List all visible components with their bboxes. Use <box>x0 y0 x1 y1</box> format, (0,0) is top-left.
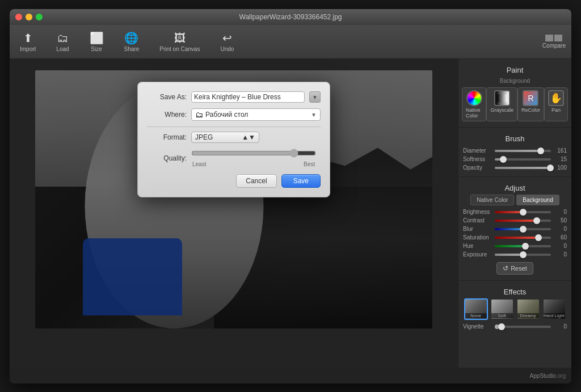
quality-slider[interactable] <box>191 149 316 158</box>
hue-label: Hue <box>463 243 492 249</box>
recolor-tool[interactable]: R ReColor <box>517 87 544 121</box>
effect-soft[interactable]: Soft <box>490 298 514 320</box>
pan-icon: ✋ <box>548 90 564 106</box>
tab-native-color[interactable]: Native Color <box>470 195 514 205</box>
appstudio-label: AppStudio.org <box>530 373 566 379</box>
exposure-slider[interactable] <box>495 254 551 256</box>
exposure-value: 0 <box>553 251 567 258</box>
contrast-row: Contrast 50 <box>463 217 567 224</box>
quality-min-label: Least <box>192 161 206 167</box>
reset-button[interactable]: ↺ Reset <box>496 262 533 275</box>
color-wheel-icon <box>466 90 482 106</box>
effect-hard-light[interactable]: Hard Light <box>542 298 566 320</box>
maximize-button[interactable] <box>36 14 43 20</box>
paint-title: Paint <box>458 62 571 77</box>
main-window: WallpaperWizard-3093366452.jpg ⬆ Import … <box>10 9 571 383</box>
where-dropdown-arrow: ▼ <box>311 112 317 118</box>
softness-slider[interactable] <box>495 158 551 161</box>
recolor-icon: R <box>523 90 538 106</box>
load-label: Load <box>56 46 69 52</box>
blur-slider[interactable] <box>495 228 551 230</box>
where-label: Where: <box>147 111 187 119</box>
where-select-wrap[interactable]: 🗂 Рабочий стол ▼ <box>191 108 321 121</box>
diameter-slider[interactable] <box>495 150 551 152</box>
print-icon: 🖼 <box>174 32 186 45</box>
traffic-lights <box>15 14 43 20</box>
softness-value: 15 <box>553 156 567 162</box>
share-label: Share <box>124 46 140 52</box>
save-as-label: Save As: <box>147 93 187 101</box>
close-button[interactable] <box>15 14 22 20</box>
effects-thumbnails: None Soft Dreamy Hard Light <box>463 298 567 320</box>
cancel-button[interactable]: Cancel <box>236 174 276 188</box>
format-select[interactable]: JPEG ▲▼ <box>191 132 259 143</box>
where-value: Рабочий стол <box>205 111 309 119</box>
save-as-dropdown-arrow[interactable]: ▼ <box>309 91 321 103</box>
brush-title: Brush <box>463 131 567 145</box>
diameter-row: Diameter 161 <box>463 147 567 154</box>
format-dropdown-arrow: ▲▼ <box>242 133 255 141</box>
exposure-label: Exposure <box>463 251 492 258</box>
save-as-input[interactable] <box>194 93 302 101</box>
opacity-slider[interactable] <box>495 167 551 169</box>
pan-label: Pan <box>551 107 561 113</box>
right-panel: Paint Background Native Color Grayscale <box>458 59 571 368</box>
hue-row: Hue 0 <box>463 243 567 249</box>
undo-button[interactable]: ↩ Undo <box>216 29 238 54</box>
grayscale-label: Grayscale <box>490 107 513 113</box>
brightness-row: Brightness 0 <box>463 209 567 215</box>
reset-icon: ↺ <box>503 264 508 272</box>
quality-label-row: Quality: Least Best <box>151 149 316 167</box>
background-subtitle: Background <box>458 77 571 85</box>
contrast-slider[interactable] <box>495 220 551 222</box>
save-as-input-wrap <box>191 91 305 103</box>
hue-slider[interactable] <box>495 245 551 247</box>
brightness-slider[interactable] <box>495 211 551 213</box>
effect-dreamy[interactable]: Dreamy <box>516 298 540 320</box>
dialog-divider <box>147 127 321 127</box>
softness-label: Softness <box>463 156 492 162</box>
share-icon: 🌐 <box>124 31 138 45</box>
adjust-title: Adjust <box>463 180 567 195</box>
main-content: Save As: ▼ Where: 🗂 Рабочий стол ▼ <box>10 59 571 368</box>
canvas-area[interactable]: Save As: ▼ Where: 🗂 Рабочий стол ▼ <box>10 59 458 368</box>
quality-section: Quality: Least Best <box>147 149 321 167</box>
tab-background[interactable]: Background <box>516 195 559 205</box>
grayscale-tool[interactable]: Grayscale <box>486 87 517 121</box>
save-dialog: Save As: ▼ Where: 🗂 Рабочий стол ▼ <box>137 82 330 197</box>
import-button[interactable]: ⬆ Import <box>15 29 40 54</box>
compare-label: Compare <box>542 43 566 49</box>
exposure-row: Exposure 0 <box>463 251 567 258</box>
dialog-buttons: Cancel Save <box>147 174 321 188</box>
save-button[interactable]: Save <box>281 174 321 188</box>
import-icon: ⬆ <box>23 31 33 45</box>
effects-section: Effects None Soft Dreamy <box>458 281 571 333</box>
effect-none[interactable]: None <box>464 298 488 320</box>
toolbar: ⬆ Import 🗂 Load ⬜ Size 🌐 Share 🖼 Print o… <box>10 25 571 59</box>
effect-soft-label: Soft <box>491 313 513 318</box>
saturation-slider[interactable] <box>495 237 551 239</box>
where-row: Where: 🗂 Рабочий стол ▼ <box>147 108 321 121</box>
size-button[interactable]: ⬜ Size <box>85 29 108 54</box>
blur-row: Blur 0 <box>463 226 567 232</box>
vignette-row: Vignette 0 <box>463 323 567 330</box>
adjust-section: Adjust Native Color Background Brightnes… <box>458 177 571 281</box>
minimize-button[interactable] <box>26 14 32 20</box>
compare-button[interactable]: Compare <box>542 35 566 49</box>
blur-value: 0 <box>553 226 567 232</box>
reset-label: Reset <box>511 265 527 272</box>
load-button[interactable]: 🗂 Load <box>52 29 73 54</box>
brush-section: Brush Diameter 161 Softness <box>458 128 571 177</box>
print-on-canvas-button[interactable]: 🖼 Print on Canvas <box>155 29 204 54</box>
share-button[interactable]: 🌐 Share <box>120 29 144 54</box>
vignette-slider[interactable] <box>502 326 551 328</box>
vignette-value: 0 <box>553 323 567 330</box>
quality-min-max: Least Best <box>191 161 316 167</box>
pan-tool[interactable]: ✋ Pan <box>544 87 568 121</box>
native-color-tool[interactable]: Native Color <box>462 87 486 121</box>
opacity-row: Opacity 100 <box>463 165 567 171</box>
size-icon: ⬜ <box>90 31 104 45</box>
contrast-value: 50 <box>553 217 567 224</box>
bottom-bar: AppStudio.org <box>10 368 571 383</box>
adjust-tabs: Native Color Background <box>463 195 567 205</box>
